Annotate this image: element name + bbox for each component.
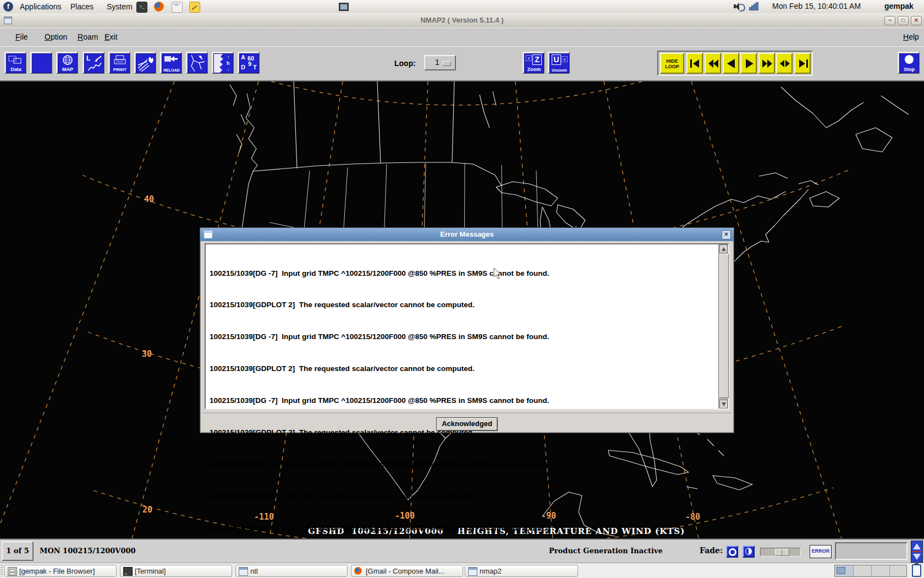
dialog-title: Error Messages [200,230,734,238]
window-icon [239,567,248,576]
svg-text:h: h [227,61,230,66]
play-forward-button[interactable] [740,53,757,74]
volume-icon[interactable] [734,3,743,10]
spinner-down-icon[interactable] [913,554,921,560]
panel-user[interactable]: gempak [884,2,914,10]
panel-clock[interactable]: Mon Feb 15, 10:40:01 AM [772,2,861,10]
svg-text:↓: ↓ [227,67,229,72]
mail-launcher-icon[interactable] [172,2,183,13]
task-ntl[interactable]: ntl [235,565,348,577]
acknowledged-button[interactable]: Acknowledged [436,417,498,431]
status-message-area [835,542,908,560]
error-message-list: 100215/1039[DG -7] Input grid TMPC ^1002… [205,243,729,410]
error-line: 100215/1039[DG -7] Input grid WND ^10021… [210,523,716,533]
fade-slider[interactable] [760,548,801,557]
minimize-button[interactable]: – [884,16,895,25]
firefox-launcher-icon[interactable] [154,2,164,12]
scroll-up-icon[interactable] [719,244,728,253]
spinner-up-icon[interactable] [913,543,921,549]
data-source-button[interactable]: Data [4,52,26,74]
clipboard-tray-icon[interactable] [912,564,921,577]
notes-launcher-icon[interactable] [189,2,200,13]
menu-roam[interactable]: Roam [78,32,98,41]
rock-loop-button[interactable] [776,53,793,74]
unzoom-button[interactable]: U u Unzoom [548,52,570,74]
menu-file[interactable]: File [15,32,28,41]
task-terminal[interactable]: [Terminal] [120,565,232,577]
svg-text:↑: ↑ [227,54,229,59]
screen: f Applications Places System >_ Mon Feb … [0,0,924,578]
loop-tool-button[interactable]: L [82,52,105,74]
clear-button[interactable] [30,52,52,74]
fade-slider-thumb[interactable] [775,549,789,556]
print-button[interactable]: PRINT [108,52,130,74]
menu-help[interactable]: Help [903,32,919,41]
station-model-icon: A 60 D 9 T [239,53,259,73]
scroll-down-icon[interactable] [719,400,728,408]
firefox-icon [354,567,362,575]
dialog-scrollbar[interactable] [718,244,728,408]
close-button[interactable]: ✕ [911,16,922,25]
fade-image-toggle[interactable] [726,546,738,558]
lat-label-40: 40 [144,194,154,204]
task-gmail[interactable]: [Gmail - Compose Mail... [351,565,463,577]
step-back-fast-button[interactable] [705,53,721,74]
panel-menu-applications[interactable]: Applications [18,1,64,12]
data-source-label: MON 100215/1200V000 [40,547,136,555]
file-browser-icon [8,567,17,576]
option-menu-tick [442,61,451,66]
map-settings-button[interactable]: MAP [56,52,78,74]
dialog-separator [202,413,732,414]
toolbar: Data MAP L PRINT [0,46,924,81]
zoom-button[interactable]: z Z Zoom [522,52,544,74]
workspace-3[interactable] [871,565,890,576]
error-line: 100215/1039[GDPLOT 2] The requested scal… [210,491,716,501]
fax-button[interactable] [134,52,156,74]
menu-exit[interactable]: Exit [105,32,117,41]
last-frame-button[interactable] [794,53,811,74]
workspace-2[interactable] [853,565,872,576]
dialog-titlebar[interactable]: Error Messages ✕ [200,228,734,241]
error-indicator-button[interactable]: ERROR [810,545,832,558]
window-title: NMAP2 ( Version 5.11.4 ) [0,16,924,24]
maximize-button[interactable]: □ [898,16,909,25]
stop-icon: Stop [899,53,919,73]
globe-icon: MAP [58,53,78,73]
menu-option[interactable]: Option [45,32,67,41]
loop-dropdown[interactable]: 1 [424,55,456,70]
loop-value: 1 [435,58,439,67]
reload-button[interactable]: RELOAD [160,52,182,74]
task-file-browser[interactable]: [gempak - File Browser] [4,565,117,577]
first-frame-button[interactable] [686,53,703,74]
screen-applet-icon[interactable] [339,3,349,11]
vgf-button[interactable] [186,52,208,74]
hand-lines-icon [136,53,156,73]
frame-spinner[interactable] [911,541,923,563]
lat-label-20: 20 [142,505,152,515]
taskbar: [gempak - File Browser] [Terminal] ntl [… [0,563,924,578]
error-line: 100215/1039[DG -7] Input grid TMPC ^1002… [210,395,716,406]
panel-menu-places[interactable]: Places [68,1,96,12]
blank-icon [32,53,52,73]
workspace-1[interactable] [835,565,854,576]
image-adjust-button[interactable]: ↑h↓ [212,52,234,74]
workspace-4[interactable] [889,565,908,576]
dialog-close-icon[interactable]: ✕ [722,230,731,239]
terminal-launcher-icon[interactable]: >_ [136,2,147,13]
error-line: 100215/1039[GDPLOT 2] The requested scal… [210,299,716,310]
fade-graphics-toggle[interactable] [743,546,755,558]
product-generation-status: Product Generation Inactive [549,547,663,555]
taskbar-grip[interactable] [1,565,3,576]
error-line: 100215/1039[GDPLOT 2] The requested scal… [210,363,716,374]
workspace-switcher [834,565,907,577]
step-forward-fast-button[interactable] [758,53,775,74]
scrollbar-thumb[interactable] [719,254,729,398]
panel-menu-system[interactable]: System [105,1,135,12]
obs-plot-button[interactable]: A 60 D 9 T [238,52,260,74]
network-signal-icon[interactable] [749,3,759,10]
stop-button[interactable]: Stop [898,52,920,74]
step-back-button[interactable] [723,53,739,74]
fedora-menu-icon[interactable]: f [3,2,13,12]
task-nmap2[interactable]: nmap2 [465,565,578,577]
hide-loop-button[interactable]: Hide Loop [660,53,684,74]
